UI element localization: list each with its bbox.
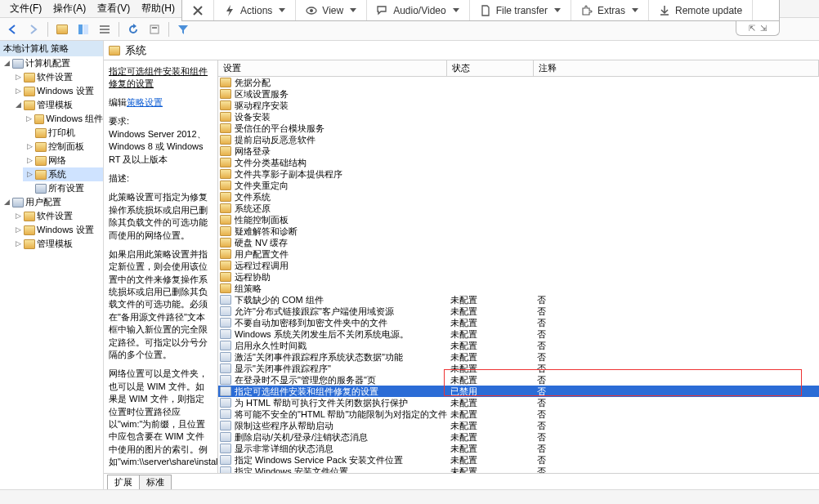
list-policy-row[interactable]: 允许"分布式链接跟踪"客户端使用域资源未配置否 [218, 306, 819, 317]
export-list-button[interactable] [96, 20, 114, 38]
list-folder-row[interactable]: 设备安装 [218, 111, 819, 123]
menu-view[interactable]: 查看(V) [92, 0, 135, 17]
tree-system[interactable]: ▷系统 [23, 167, 103, 181]
tree-user-config[interactable]: ◢用户配置 [0, 195, 103, 209]
view-menu-button[interactable]: View [296, 0, 367, 20]
list-policy-row[interactable]: 删除启动/关机/登录/注销状态消息未配置否 [218, 431, 819, 443]
list-folder-row[interactable]: 系统还原 [218, 203, 819, 214]
tree-user-windows[interactable]: ▷Windows 设置 [11, 223, 103, 237]
tree-windows-settings[interactable]: ▷Windows 设置 [11, 84, 103, 98]
policy-note: 否 [534, 466, 819, 474]
tree-all-settings[interactable]: ▷所有设置 [23, 181, 103, 195]
policy-note: 否 [534, 443, 819, 455]
policy-name: 指定 Windows 安装文件位置 [235, 466, 348, 474]
tab-standard[interactable]: 标准 [139, 475, 172, 489]
properties-icon [149, 24, 160, 35]
remote-update-button[interactable]: Remote update [649, 0, 753, 20]
list-policy-row[interactable]: 下载缺少的 COM 组件未配置否 [218, 294, 819, 306]
refresh-button[interactable] [124, 20, 142, 38]
folder-up-icon [56, 25, 68, 34]
content-title: 系统 [125, 43, 146, 58]
list-folder-row[interactable]: 用户配置文件 [218, 248, 819, 260]
list-policy-row[interactable]: 在登录时不显示"管理您的服务器"页未配置否 [218, 374, 819, 386]
file-transfer-menu-button[interactable]: File transfer [470, 0, 571, 20]
view-label: View [322, 5, 343, 16]
forward-button[interactable] [25, 20, 43, 38]
list-policy-row[interactable]: 不要自动加密移到加密文件夹中的文件未配置否 [218, 317, 819, 328]
tree-label: 管理模板 [37, 238, 73, 250]
policy-name: 显示非常详细的状态消息 [235, 443, 333, 455]
tree-user-admin[interactable]: ▷管理模板 [11, 237, 103, 251]
tree-root-label[interactable]: 本地计算机 策略 [0, 41, 103, 56]
folder-name: 文件分类基础结构 [235, 157, 307, 169]
tree-label: 计算机配置 [25, 57, 70, 69]
list-policy-row[interactable]: Windows 系统关闭发生后不关闭系统电源。未配置否 [218, 328, 819, 340]
show-hide-tree-button[interactable] [74, 20, 92, 38]
up-level-button[interactable] [53, 20, 71, 38]
list-folder-row[interactable]: 文件共享影子副本提供程序 [218, 168, 819, 180]
extras-menu-button[interactable]: Extras [571, 0, 649, 20]
back-button[interactable] [3, 20, 21, 38]
tree-user-software[interactable]: ▷软件设置 [11, 209, 103, 223]
list-policy-row[interactable]: 启用永久性时间戳未配置否 [218, 340, 819, 351]
tree-label: 软件设置 [37, 71, 73, 83]
list-policy-row[interactable]: 指定 Windows Service Pack 安装文件位置未配置否 [218, 454, 819, 466]
list-policy-row[interactable]: 指定可选组件安装和组件修复的设置已禁用否 [218, 386, 819, 397]
console-tree[interactable]: 本地计算机 策略 ◢计算机配置 ▷软件设置 ▷Windows 设置 ◢管理模板 … [0, 41, 104, 489]
list-folder-row[interactable]: 远程过程调用 [218, 260, 819, 271]
list-folder-row[interactable]: 网络登录 [218, 145, 819, 157]
edit-policy-link[interactable]: 策略设置 [127, 97, 163, 107]
list-policy-row[interactable]: 为 HTML 帮助可执行文件关闭数据执行保护未配置否 [218, 397, 819, 408]
list-folder-row[interactable]: 疑难解答和诊断 [218, 225, 819, 237]
tab-extended[interactable]: 扩展 [107, 475, 140, 489]
tree-control-panel[interactable]: ▷控制面板 [23, 140, 103, 154]
properties-button[interactable] [145, 20, 163, 38]
tree-printers[interactable]: ▷打印机 [23, 126, 103, 140]
tree-network[interactable]: ▷网络 [23, 154, 103, 167]
list-policy-row[interactable]: 指定 Windows 安装文件位置未配置否 [218, 466, 819, 473]
column-note[interactable]: 注释 [534, 60, 819, 76]
folder-icon [220, 203, 231, 213]
chat-icon [377, 5, 388, 16]
actions-menu-button[interactable]: Actions [214, 0, 296, 20]
menu-help[interactable]: 帮助(H) [136, 0, 180, 17]
list-icon [99, 24, 110, 35]
menu-action[interactable]: 操作(A) [48, 0, 91, 17]
column-name[interactable]: 设置 [218, 60, 447, 76]
list-folder-row[interactable]: 区域设置服务 [218, 88, 819, 100]
filter-button[interactable] [174, 20, 192, 38]
list-folder-row[interactable]: 组策略 [218, 283, 819, 294]
close-session-button[interactable] [182, 0, 214, 20]
list-folder-row[interactable]: 文件分类基础结构 [218, 157, 819, 168]
list-folder-row[interactable]: 凭据分配 [218, 77, 819, 88]
tree-windows-components[interactable]: ▷Windows 组件 [23, 112, 103, 126]
list-policy-row[interactable]: 激活"关闭事件跟踪程序系统状态数据"功能未配置否 [218, 351, 819, 363]
column-state[interactable]: 状态 [447, 60, 534, 76]
description-label: 描述: [109, 173, 129, 183]
list-body[interactable]: 凭据分配区域设置服务驱动程序安装设备安装受信任的平台模块服务提前启动反恶意软件网… [218, 77, 819, 473]
list-folder-row[interactable]: 受信任的平台模块服务 [218, 123, 819, 134]
list-policy-row[interactable]: 限制这些程序从帮助启动未配置否 [218, 420, 819, 431]
list-folder-row[interactable]: 文件夹重定向 [218, 180, 819, 191]
tree-admin-templates[interactable]: ◢管理模板 [11, 98, 103, 112]
toolbar-pin-tab[interactable]: ⇱ ⇲ [736, 21, 780, 36]
list-folder-row[interactable]: 硬盘 NV 缓存 [218, 237, 819, 248]
folder-icon [220, 146, 231, 156]
policy-name: 启用永久性时间戳 [235, 340, 307, 352]
tree-software-settings[interactable]: ▷软件设置 [11, 70, 103, 84]
list-folder-row[interactable]: 文件系统 [218, 191, 819, 203]
policy-icon [220, 444, 231, 453]
list-policy-row[interactable]: 显示非常详细的状态消息未配置否 [218, 443, 819, 454]
tree-computer-config[interactable]: ◢计算机配置 [0, 56, 103, 70]
list-policy-row[interactable]: 将可能不安全的"HTML 帮助"功能限制为对指定的文件夹起...未配置否 [218, 408, 819, 420]
list-folder-row[interactable]: 性能控制面板 [218, 214, 819, 225]
audio-video-label: Audio/Video [393, 5, 446, 16]
folder-name: 区域设置服务 [235, 88, 289, 100]
list-folder-row[interactable]: 提前启动反恶意软件 [218, 134, 819, 145]
list-folder-row[interactable]: 远程协助 [218, 271, 819, 283]
policy-icon [220, 386, 231, 396]
menu-file[interactable]: 文件(F) [5, 0, 47, 17]
audio-video-menu-button[interactable]: Audio/Video [367, 0, 470, 20]
list-folder-row[interactable]: 驱动程序安装 [218, 100, 819, 111]
list-policy-row[interactable]: 显示"关闭事件跟踪程序"未配置否 [218, 363, 819, 374]
